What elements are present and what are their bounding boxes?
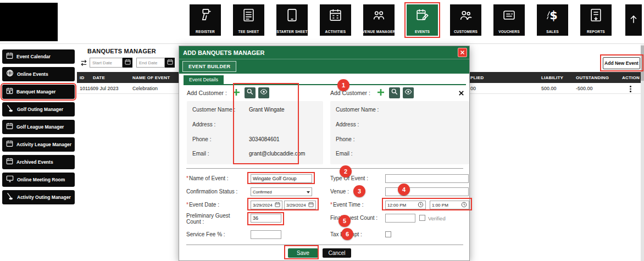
end-date-filter	[136, 58, 175, 68]
start-date-calendar-button[interactable]	[123, 58, 132, 68]
row-outstanding: -500.00	[576, 86, 593, 91]
event-time-end-input[interactable]: 1:00 PM	[430, 201, 469, 209]
view-customer-button[interactable]	[403, 87, 414, 98]
toolbar-button-reports[interactable]: REPORTS	[580, 4, 612, 36]
annotation-step-2: 2	[340, 165, 352, 177]
tab-event-builder[interactable]: EVENT BUILDER	[182, 61, 236, 72]
add-customer-plus-icon[interactable]	[377, 88, 385, 98]
toolbar-button-events[interactable]: EVENTS	[407, 4, 438, 36]
annotation-step-5: 5	[338, 215, 351, 227]
calendar-icon	[308, 202, 314, 209]
name-of-event-input[interactable]	[251, 174, 312, 183]
col-applied: PLIED	[470, 75, 484, 80]
tab-event-details[interactable]: Event Details	[184, 75, 224, 85]
view-customer-button[interactable]	[258, 87, 269, 98]
toolbar-button-register[interactable]: REGISTER	[190, 4, 221, 36]
clock-icon	[461, 202, 467, 209]
golf-club-icon	[6, 192, 14, 203]
up-arrow-icon	[628, 14, 639, 27]
preliminary-guest-count-label: Preliminary Guest Count :	[186, 213, 241, 225]
toolbar-button-sales[interactable]: SALES	[537, 4, 568, 36]
row-applied: 00	[470, 86, 476, 91]
sidebar-item-event-calendar[interactable]: Event Calendar	[2, 49, 75, 64]
toolbar-button-venue-manager[interactable]: VENUE MANAGER	[363, 4, 395, 36]
sidebar-item-online-meeting-room[interactable]: Online Meeting Room	[2, 173, 75, 187]
customer-name-label: Customer Name :	[336, 107, 379, 113]
event-date-end-input[interactable]: 3/29/2024	[284, 201, 316, 209]
event-time-start-input[interactable]: 12:00 PM	[385, 201, 426, 209]
eye-icon	[404, 88, 412, 98]
col-name-of-event: NAME OF EVENT	[132, 75, 170, 80]
end-date-calendar-button[interactable]	[165, 58, 175, 68]
scrollbar-thumb[interactable]	[641, 46, 644, 81]
event-time-label: *Event Time :	[330, 202, 363, 208]
event-date-start-input[interactable]: 3/29/2024	[251, 201, 282, 209]
sidebar-item-activity-outing-manager[interactable]: Activity Outing Manager	[2, 190, 75, 204]
toolbar-button-vouchers[interactable]: VOUCHERS	[493, 4, 525, 36]
col-outstanding: OUTSTANDING	[576, 75, 609, 80]
clock-icon	[418, 202, 424, 209]
sidebar-item-golf-league-manager[interactable]: Golf League Manager	[2, 120, 75, 134]
address-label: Address :	[336, 121, 359, 127]
calendar-icon	[6, 140, 13, 150]
cancel-button[interactable]: Cancel	[323, 248, 351, 258]
phone-value: 3034084601	[249, 136, 280, 142]
service-fee-label: Service Fee % :	[186, 231, 225, 237]
scroll-top-button[interactable]	[625, 4, 642, 36]
remove-customer-x-icon[interactable]	[458, 88, 464, 98]
add-new-event-button[interactable]: Add New Event	[603, 57, 640, 69]
register-icon	[198, 8, 212, 24]
save-button[interactable]: Save	[288, 248, 318, 258]
sidebar-item-activity-league-manager[interactable]: Activity League Manager	[2, 137, 75, 152]
customer-name-label: Customer Name :	[192, 107, 235, 113]
chevron-down-icon	[307, 191, 310, 193]
toolbar-button-starter-sheet[interactable]: STARTER SHEET	[276, 4, 308, 36]
annotation-step-6: 6	[341, 228, 353, 240]
sidebar-item-online-events[interactable]: Online Events	[2, 67, 75, 81]
add-banquets-manager-modal: ADD BANQUETS MANAGER EVENT BUILDER Event…	[179, 46, 470, 261]
toolbar-button-activities[interactable]: ACTIVITIES	[320, 4, 351, 36]
row-id: 10116	[80, 86, 93, 91]
event-date-label: *Event Date :	[186, 202, 219, 208]
preliminary-guest-count-input[interactable]	[251, 214, 281, 223]
calendar-icon	[275, 202, 280, 209]
modal-close-button[interactable]	[458, 48, 467, 57]
email-value: grant@clubcaddie.com	[249, 151, 305, 157]
annotation-step-4: 4	[398, 184, 410, 196]
row-action-menu-icon[interactable]	[628, 85, 634, 93]
confirmation-status-select[interactable]: Confirmed	[251, 187, 312, 196]
sidebar-item-golf-outing-manager[interactable]: Golf Outing Manager	[2, 102, 75, 116]
toolbar-button-tee-sheet[interactable]: TEE SHEET	[233, 4, 264, 36]
add-customer-plus-icon[interactable]	[232, 88, 240, 98]
tax-exempt-checkbox[interactable]	[385, 231, 391, 237]
sidebar-item-archived-events[interactable]: Archived Events	[2, 155, 75, 169]
verified-label: Verified	[428, 215, 446, 221]
row-liability: 500.00	[541, 86, 557, 91]
sidebar: Event Calendar Online Events Banquet Man…	[2, 49, 75, 204]
end-date-input[interactable]	[136, 58, 165, 68]
sales-icon	[546, 8, 559, 24]
row-name: Celebration	[132, 86, 158, 91]
customer-info-panel-right: Customer Name : Address : Phone : Email …	[330, 101, 469, 164]
sidebar-item-banquet-manager[interactable]: Banquet Manager	[2, 85, 75, 99]
final-guest-count-input[interactable]	[385, 214, 415, 223]
refresh-icon[interactable]	[80, 59, 88, 69]
start-date-input[interactable]	[90, 58, 123, 68]
col-id: ID	[80, 75, 84, 80]
service-fee-input[interactable]	[251, 230, 281, 239]
address-label: Address :	[192, 121, 215, 127]
close-icon	[460, 49, 465, 56]
type-of-event-input[interactable]	[385, 174, 469, 183]
customer-info-panel-left: Customer Name : Grant Wingate Address : …	[187, 101, 323, 164]
vertical-scrollbar	[641, 45, 644, 261]
col-date: DATE	[93, 75, 105, 80]
search-customer-button[interactable]	[245, 87, 256, 98]
top-bar: REGISTER TEE SHEET STARTER SHEET ACTIVIT…	[0, 0, 644, 44]
name-of-event-label: *Name of Event :	[186, 175, 229, 181]
toolbar-button-customers[interactable]: CUSTOMERS	[450, 4, 481, 36]
golf-club-icon	[6, 104, 14, 115]
verified-checkbox[interactable]	[419, 215, 425, 221]
row-date: 09 Jul 2023	[93, 86, 119, 91]
search-customer-button[interactable]	[389, 87, 400, 98]
phone-label: Phone :	[336, 136, 354, 142]
